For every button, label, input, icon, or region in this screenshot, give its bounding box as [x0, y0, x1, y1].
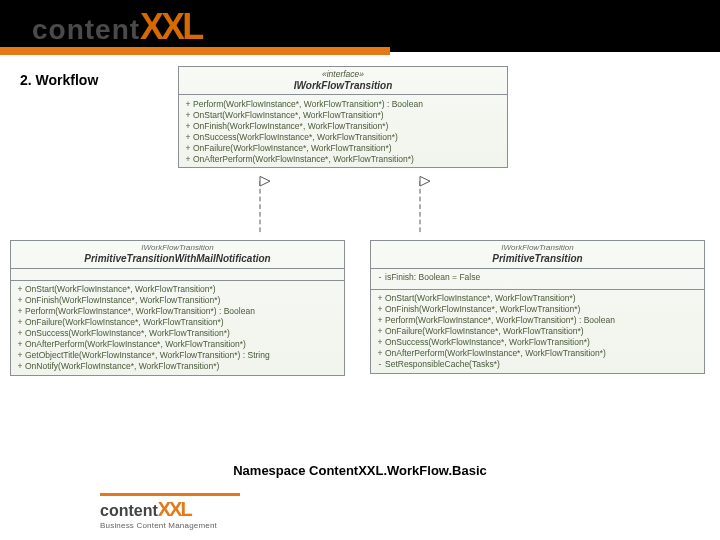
class-name: PrimitiveTransition — [375, 253, 700, 266]
signature: OnAfterPerform(WorkFlowInstance*, WorkFl… — [193, 154, 503, 164]
visibility: + — [375, 304, 385, 314]
visibility: + — [15, 317, 25, 327]
member-row: -SetResponsibleCache(Tasks*) — [375, 359, 700, 370]
signature: GetObjectTitle(WorkFlowInstance*, WorkFl… — [25, 350, 340, 360]
visibility: + — [183, 99, 193, 109]
member-row: +Perform(WorkFlowInstance*, WorkFlowTran… — [375, 315, 700, 326]
attributes-compartment: -isFinish: Boolean = False — [371, 269, 704, 286]
class-primitivetransition: IWorkFlowTransition PrimitiveTransition … — [370, 240, 705, 374]
member-row: +OnAfterPerform(WorkFlowInstance*, WorkF… — [183, 153, 503, 164]
member-row: +OnFailure(WorkFlowInstance*, WorkFlowTr… — [375, 326, 700, 337]
signature: OnAfterPerform(WorkFlowInstance*, WorkFl… — [385, 348, 700, 358]
diagram-caption: Namespace ContentXXL.WorkFlow.Basic — [0, 463, 720, 478]
visibility: + — [375, 315, 385, 325]
member-row: +OnAfterPerform(WorkFlowInstance*, WorkF… — [375, 348, 700, 359]
operations-compartment: +OnStart(WorkFlowInstance*, WorkFlowTran… — [11, 277, 344, 375]
signature: Perform(WorkFlowInstance*, WorkFlowTrans… — [25, 306, 340, 316]
visibility: + — [375, 348, 385, 358]
visibility: + — [15, 339, 25, 349]
signature: SetResponsibleCache(Tasks*) — [385, 359, 700, 369]
visibility: - — [375, 272, 385, 282]
member-row: +OnAfterPerform(WorkFlowInstance*, WorkF… — [15, 339, 340, 350]
stereotype-label: «interface» — [183, 69, 503, 80]
operations-compartment: +OnStart(WorkFlowInstance*, WorkFlowTran… — [371, 286, 704, 373]
footer-accent — [100, 493, 240, 496]
footer-brand: contentXXL — [100, 498, 240, 521]
member-row: +OnFinish(WorkFlowInstance*, WorkFlowTra… — [375, 304, 700, 315]
member-row: +OnFailure(WorkFlowInstance*, WorkFlowTr… — [183, 142, 503, 153]
class-iworkflowtransition: «interface» IWorkFlowTransition +Perform… — [178, 66, 508, 168]
signature: OnStart(WorkFlowInstance*, WorkFlowTrans… — [193, 110, 503, 120]
footer-brand-xl: XXL — [158, 498, 191, 520]
class-name: PrimitiveTransitionWithMailNotification — [15, 253, 340, 266]
signature: OnSuccess(WorkFlowInstance*, WorkFlowTra… — [193, 132, 503, 142]
signature: OnFinish(WorkFlowInstance*, WorkFlowTran… — [385, 304, 700, 314]
member-row: +OnSuccess(WorkFlowInstance*, WorkFlowTr… — [375, 337, 700, 348]
visibility: - — [375, 359, 385, 369]
signature: OnAfterPerform(WorkFlowInstance*, WorkFl… — [25, 339, 340, 349]
signature: OnFailure(WorkFlowInstance*, WorkFlowTra… — [193, 143, 503, 153]
signature: OnStart(WorkFlowInstance*, WorkFlowTrans… — [385, 293, 700, 303]
visibility: + — [375, 293, 385, 303]
member-row: +OnSuccess(WorkFlowInstance*, WorkFlowTr… — [15, 328, 340, 339]
footer-logo: contentXXL Business Content Management — [100, 493, 240, 530]
member-row: +OnStart(WorkFlowInstance*, WorkFlowTran… — [183, 109, 503, 120]
class-name: IWorkFlowTransition — [183, 80, 503, 93]
class-header: «interface» IWorkFlowTransition — [179, 67, 507, 95]
signature: OnSuccess(WorkFlowInstance*, WorkFlowTra… — [25, 328, 340, 338]
footer-brand-text: content — [100, 502, 158, 519]
header-accent — [0, 47, 390, 55]
visibility: + — [15, 328, 25, 338]
signature: OnStart(WorkFlowInstance*, WorkFlowTrans… — [25, 284, 340, 294]
class-header: IWorkFlowTransition PrimitiveTransitionW… — [11, 241, 344, 269]
member-row: +OnStart(WorkFlowInstance*, WorkFlowTran… — [15, 284, 340, 295]
implements-label: IWorkFlowTransition — [375, 243, 700, 253]
visibility: + — [183, 110, 193, 120]
signature: OnFinish(WorkFlowInstance*, WorkFlowTran… — [25, 295, 340, 305]
visibility: + — [375, 337, 385, 347]
visibility: + — [15, 306, 25, 316]
signature: OnFailure(WorkFlowInstance*, WorkFlowTra… — [25, 317, 340, 327]
signature: isFinish: Boolean = False — [385, 272, 700, 282]
member-row: -isFinish: Boolean = False — [375, 272, 700, 283]
header-logo-text: content — [32, 14, 140, 45]
visibility: + — [375, 326, 385, 336]
member-row: +OnStart(WorkFlowInstance*, WorkFlowTran… — [375, 293, 700, 304]
visibility: + — [15, 295, 25, 305]
class-primitivetransitionwithmailnotification: IWorkFlowTransition PrimitiveTransitionW… — [10, 240, 345, 376]
signature: OnSuccess(WorkFlowInstance*, WorkFlowTra… — [385, 337, 700, 347]
visibility: + — [183, 132, 193, 142]
member-row: +Perform(WorkFlowInstance*, WorkFlowTran… — [183, 98, 503, 109]
visibility: + — [15, 350, 25, 360]
signature: OnFinish(WorkFlowInstance*, WorkFlowTran… — [193, 121, 503, 131]
operations-compartment: +Perform(WorkFlowInstance*, WorkFlowTran… — [179, 95, 507, 167]
signature: OnFailure(WorkFlowInstance*, WorkFlowTra… — [385, 326, 700, 336]
member-row: +OnFailure(WorkFlowInstance*, WorkFlowTr… — [15, 317, 340, 328]
member-row: +OnNotify(WorkFlowInstance*, WorkFlowTra… — [15, 361, 340, 372]
footer-tagline: Business Content Management — [100, 521, 240, 530]
visibility: + — [15, 284, 25, 294]
signature: OnNotify(WorkFlowInstance*, WorkFlowTran… — [25, 361, 340, 371]
implements-label: IWorkFlowTransition — [15, 243, 340, 253]
visibility: + — [183, 121, 193, 131]
visibility: + — [15, 361, 25, 371]
uml-diagram: «interface» IWorkFlowTransition +Perform… — [0, 66, 720, 450]
attributes-compartment — [11, 269, 344, 277]
signature: Perform(WorkFlowInstance*, WorkFlowTrans… — [193, 99, 503, 109]
member-row: +OnFinish(WorkFlowInstance*, WorkFlowTra… — [15, 295, 340, 306]
member-row: +Perform(WorkFlowInstance*, WorkFlowTran… — [15, 306, 340, 317]
signature: Perform(WorkFlowInstance*, WorkFlowTrans… — [385, 315, 700, 325]
member-row: +OnSuccess(WorkFlowInstance*, WorkFlowTr… — [183, 131, 503, 142]
member-row: +GetObjectTitle(WorkFlowInstance*, WorkF… — [15, 350, 340, 361]
visibility: + — [183, 143, 193, 153]
class-header: IWorkFlowTransition PrimitiveTransition — [371, 241, 704, 269]
header-logo: contentXXL — [32, 6, 201, 48]
visibility: + — [183, 154, 193, 164]
member-row: +OnFinish(WorkFlowInstance*, WorkFlowTra… — [183, 120, 503, 131]
header-logo-xl: XXL — [140, 6, 201, 47]
